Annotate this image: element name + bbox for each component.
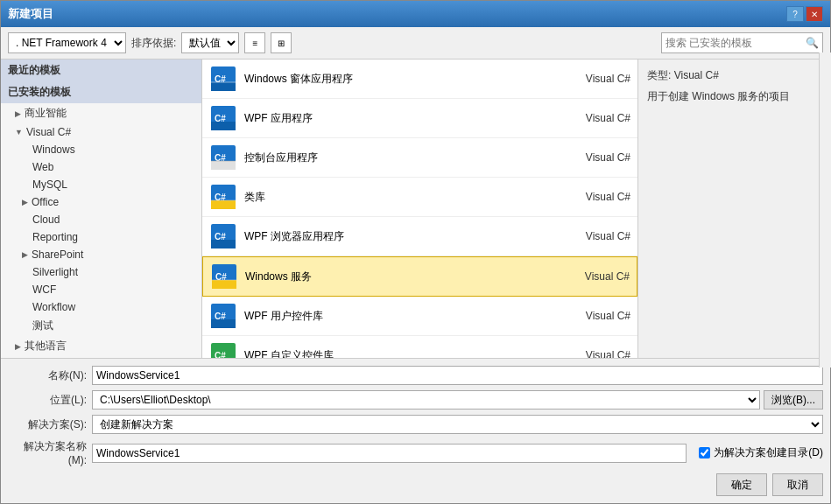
top-toolbar: . NET Framework 4 排序依据: 默认值 ≡ ⊞ 🔍 [1, 27, 830, 60]
template-item-wpfcustomctl[interactable]: C# WPF 自定义控件库 Visual C# [202, 336, 637, 358]
recent-templates-header: 最近的模板 [1, 60, 201, 81]
bottom-buttons: 确定 取消 [8, 473, 823, 496]
installed-templates-header: 已安装的模板 [1, 81, 201, 103]
sidebar-item-sharepoint[interactable]: ▶ SharePoint [1, 246, 201, 263]
search-input[interactable] [666, 37, 806, 49]
wpfcustomctl-icon: C# [211, 343, 236, 358]
svg-text:C#: C# [215, 351, 226, 358]
sidebar-item-silverlight[interactable]: Silverlight [1, 263, 201, 281]
main-content: 最近的模板 已安装的模板 ▶ 商业智能 ▼ Visual C# Windows [1, 60, 830, 358]
template-item-classlib[interactable]: C# 类库 Visual C# [202, 178, 637, 217]
name-row: 名称(N): [8, 366, 823, 385]
ok-button[interactable]: 确定 [716, 473, 767, 496]
template-item-winapp[interactable]: C# Windows 窗体应用程序 Visual C# [202, 60, 637, 99]
detail-view-button[interactable]: ⊞ [271, 32, 292, 53]
template-item-wpfapp[interactable]: C# WPF 应用程序 Visual C# [202, 99, 637, 138]
wpfuserctl-icon: C# [211, 304, 236, 328]
template-item-wpfuserctl[interactable]: C# WPF 用户控件库 Visual C# [202, 297, 637, 336]
center-panel: C# Windows 窗体应用程序 Visual C# [202, 60, 637, 358]
solution-name-input[interactable] [92, 444, 687, 463]
dialog-body: . NET Framework 4 排序依据: 默认值 ≡ ⊞ 🔍 最近的模板 … [1, 27, 830, 503]
sidebar-item-web[interactable]: Web [1, 158, 201, 176]
location-input-group: C:\Users\Elliot\Desktop\ 浏览(B)... [92, 390, 823, 410]
description-text: 用于创建 Windows 服务的项目 [647, 88, 821, 104]
list-view-button[interactable]: ≡ [244, 32, 265, 53]
title-bar: 新建项目 ? ✕ [1, 1, 830, 27]
left-panel: 最近的模板 已安装的模板 ▶ 商业智能 ▼ Visual C# Windows [1, 60, 202, 358]
search-box: 🔍 [661, 32, 823, 53]
location-label: 位置(L): [8, 393, 87, 408]
name-label: 名称(N): [8, 368, 87, 383]
winapp-icon: C# [211, 66, 236, 91]
title-bar-buttons: ? ✕ [786, 6, 823, 22]
svg-rect-17 [211, 240, 236, 248]
svg-rect-6 [211, 122, 236, 130]
location-row: 位置(L): C:\Users\Elliot\Desktop\ 浏览(B)... [8, 390, 823, 410]
sidebar-item-cloud[interactable]: Cloud [1, 211, 201, 228]
template-icon-winapp: C# [209, 65, 237, 93]
winservice-icon: C# [212, 264, 236, 289]
svg-rect-9 [211, 161, 236, 170]
sidebar-item-biz[interactable]: ▶ 商业智能 [1, 103, 201, 123]
location-dropdown[interactable]: C:\Users\Elliot\Desktop\ [92, 390, 760, 410]
solution-name-row: 解决方案名称(M): 为解决方案创建目录(D) [8, 439, 823, 466]
template-icon-wpfapp: C# [209, 104, 237, 132]
sidebar-item-reporting[interactable]: Reporting [1, 228, 201, 246]
framework-dropdown[interactable]: . NET Framework 4 [8, 32, 126, 53]
create-dir-checkbox-label: 为解决方案创建目录(D) [699, 445, 823, 460]
cancel-button[interactable]: 取消 [772, 473, 823, 496]
solution-row: 解决方案(S): 创建新解决方案 [8, 415, 823, 434]
sidebar-item-office[interactable]: ▶ Office [1, 193, 201, 211]
create-dir-checkbox[interactable] [699, 447, 710, 458]
template-list: C# Windows 窗体应用程序 Visual C# [202, 60, 637, 358]
search-icon: 🔍 [806, 37, 819, 49]
browse-button[interactable]: 浏览(B)... [764, 390, 823, 410]
solution-name-label: 解决方案名称(M): [8, 439, 87, 466]
consoleapp-icon: C# [211, 145, 236, 170]
left-panel-scroll: ▶ 商业智能 ▼ Visual C# Windows Web [1, 103, 201, 358]
sidebar-item-vcsharp[interactable]: ▼ Visual C# [1, 123, 201, 141]
wpfbrowser-icon: C# [211, 224, 236, 248]
template-item-winservice[interactable]: C# Windows 服务 Visual C# [202, 256, 637, 297]
wpfapp-icon: C# [211, 106, 236, 130]
type-label: 类型: Visual C# [647, 68, 821, 83]
help-button[interactable]: ? [786, 6, 804, 22]
close-button[interactable]: ✕ [806, 6, 823, 22]
classlib-icon: C# [211, 185, 236, 209]
right-panel: 类型: Visual C# 用于创建 Windows 服务的项目 [637, 60, 830, 358]
sidebar-item-workflow[interactable]: Workflow [1, 298, 201, 316]
solution-label: 解决方案(S): [8, 417, 87, 432]
sidebar-item-wcf[interactable]: WCF [1, 281, 201, 298]
template-icon-winservice: C# [210, 262, 238, 290]
dialog-window: 新建项目 ? ✕ . NET Framework 4 排序依据: 默认值 ≡ ⊞… [0, 0, 831, 504]
template-item-consoleapp[interactable]: C# 控制台应用程序 Visual C# [202, 138, 637, 178]
template-icon-classlib: C# [209, 183, 237, 211]
template-icon-wpfcustomctl: C# [209, 341, 237, 358]
svg-rect-20 [212, 280, 236, 289]
template-item-wpfbrowser[interactable]: C# WPF 浏览器应用程序 Visual C# [202, 217, 637, 256]
sidebar-item-test[interactable]: 测试 [1, 316, 201, 336]
svg-rect-2 [211, 82, 236, 91]
bottom-panel: 名称(N): 位置(L): C:\Users\Elliot\Desktop\ 浏… [1, 358, 830, 503]
name-input[interactable] [92, 366, 823, 385]
sidebar-item-mysql[interactable]: MySQL [1, 176, 201, 193]
svg-rect-24 [211, 319, 236, 328]
template-icon-wpfuserctl: C# [209, 302, 237, 330]
solution-dropdown[interactable]: 创建新解决方案 [92, 415, 823, 434]
template-icon-wpfbrowser: C# [209, 222, 237, 250]
sort-dropdown[interactable]: 默认值 [181, 32, 239, 53]
template-icon-consoleapp: C# [209, 144, 237, 172]
sort-label: 排序依据: [131, 36, 176, 51]
sidebar-item-other[interactable]: ▶ 其他语言 [1, 336, 201, 356]
dialog-title: 新建项目 [8, 6, 53, 22]
sidebar-item-windows[interactable]: Windows [1, 141, 201, 158]
svg-rect-13 [211, 200, 236, 209]
